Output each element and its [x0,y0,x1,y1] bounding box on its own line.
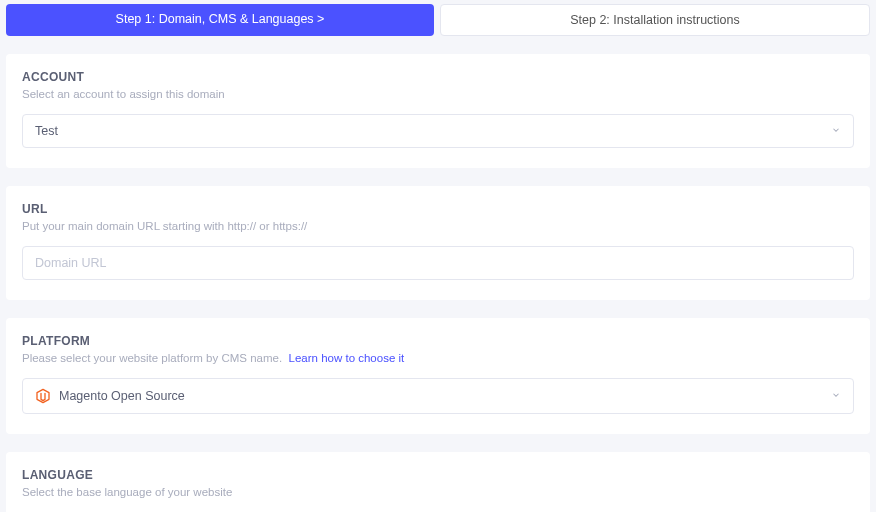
magento-icon [35,388,51,404]
step-1-tab[interactable]: Step 1: Domain, CMS & Languages > [6,4,434,36]
account-select[interactable]: Test [22,114,854,148]
steps-nav: Step 1: Domain, CMS & Languages > Step 2… [0,0,876,36]
chevron-down-icon [831,124,841,138]
account-select-value: Test [35,124,58,138]
language-subtitle: Select the base language of your website [22,486,854,498]
domain-url-input[interactable] [22,246,854,280]
account-subtitle: Select an account to assign this domain [22,88,854,100]
platform-select[interactable]: Magento Open Source [22,378,854,414]
platform-select-value: Magento Open Source [59,389,185,403]
chevron-down-icon [831,389,841,403]
platform-subtitle: Please select your website platform by C… [22,352,854,364]
account-panel: ACCOUNT Select an account to assign this… [6,54,870,168]
learn-how-link[interactable]: Learn how to choose it [289,352,405,364]
language-title: LANGUAGE [22,468,854,482]
language-panel: LANGUAGE Select the base language of you… [6,452,870,512]
account-title: ACCOUNT [22,70,854,84]
url-subtitle: Put your main domain URL starting with h… [22,220,854,232]
step-2-tab[interactable]: Step 2: Installation instructions [440,4,870,36]
url-title: URL [22,202,854,216]
platform-title: PLATFORM [22,334,854,348]
url-panel: URL Put your main domain URL starting wi… [6,186,870,300]
platform-panel: PLATFORM Please select your website plat… [6,318,870,434]
platform-sub-text: Please select your website platform by C… [22,352,282,364]
